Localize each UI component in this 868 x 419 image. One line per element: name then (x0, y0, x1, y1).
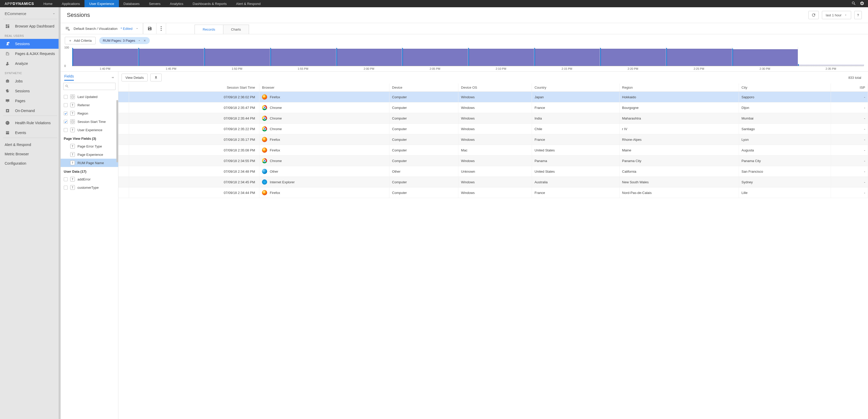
field-item-customertype[interactable]: TcustomerType (61, 183, 118, 191)
view-details-button[interactable]: View Details (122, 73, 148, 82)
field-item-user-experience[interactable]: TUser Experience (61, 126, 118, 134)
cell-start: 07/09/18 2:35:08 PM (129, 145, 259, 156)
checkbox[interactable] (64, 103, 68, 107)
chevron-down-icon[interactable] (138, 39, 141, 42)
col-device[interactable]: Device (390, 84, 458, 92)
collapse-icon[interactable] (111, 76, 115, 79)
sidebar-footer-metric-browser[interactable]: Metric Browser (0, 149, 60, 159)
table-row[interactable]: 07/09/18 2:34:55 PMChromeComputerWindows… (118, 156, 868, 166)
divider (3, 116, 57, 116)
scrollbar[interactable] (116, 100, 118, 162)
col-region[interactable]: Region (619, 84, 739, 92)
sidebar-item-sessions[interactable]: Sessions (0, 86, 60, 96)
field-item-session-start-time[interactable]: Session Start Time (61, 117, 118, 126)
checkbox[interactable] (64, 95, 68, 99)
table-row[interactable]: 07/09/18 2:34:45 PMInternet ExplorerComp… (118, 177, 868, 187)
table-body: 07/09/18 2:36:02 PMFirefoxComputerWindow… (118, 92, 868, 198)
refresh-button[interactable] (808, 11, 819, 19)
topnav-item-databases[interactable]: Databases (119, 0, 144, 7)
checkbox[interactable] (64, 128, 68, 132)
topnav-item-applications[interactable]: Applications (57, 0, 85, 7)
cell-city: Lille (739, 187, 831, 198)
sidebar-item-pages-ajax-requests[interactable]: Pages & AJAX Requests (0, 49, 60, 59)
sidebar-item-events[interactable]: Events (0, 128, 60, 138)
field-item-region[interactable]: TRegion (61, 109, 118, 117)
gear-icon[interactable] (860, 1, 864, 6)
topnav-item-dashboards-reports[interactable]: Dashboards & Reports (188, 0, 231, 7)
checkbox[interactable] (64, 120, 68, 124)
topnav-item-servers[interactable]: Servers (144, 0, 165, 7)
col-browser[interactable]: Browser (259, 84, 390, 92)
x-tick: 2:25 PM (666, 66, 732, 70)
field-item-rum-page-name[interactable]: TRUM Page Name (61, 159, 118, 167)
field-item-last-updated[interactable]: Last Updated (61, 93, 118, 101)
checkbox[interactable] (64, 177, 68, 181)
svg-point-2 (161, 30, 162, 31)
col-country[interactable]: Country (532, 84, 619, 92)
table-row[interactable]: 07/09/18 2:36:02 PMFirefoxComputerWindow… (118, 92, 868, 102)
topnav-item-home[interactable]: Home (39, 0, 57, 7)
search-viz-icon (65, 26, 70, 31)
sidebar-item-label: Health Rule Violations (15, 121, 51, 125)
field-item-adderror[interactable]: TaddError (61, 175, 118, 183)
col-session-start-time[interactable]: Session Start Time (129, 84, 259, 92)
cell-device: Computer (390, 92, 458, 102)
topnav-item-alert-respond[interactable]: Alert & Respond (231, 0, 265, 7)
table-row[interactable]: 07/09/18 2:35:44 PMChromeComputerWindows… (118, 113, 868, 124)
search-selector[interactable]: Default Search / Visualization * Edited (61, 23, 143, 34)
fields-tab[interactable]: Fields (64, 74, 74, 81)
add-criteria-label: Add Criteria (74, 39, 92, 42)
topnav-item-user-experience[interactable]: User Experience (85, 0, 119, 7)
col-blank[interactable] (118, 84, 129, 92)
sidebar-item-on-demand[interactable]: On-Demand (0, 106, 60, 116)
fields-search-input[interactable] (63, 83, 116, 90)
field-type-icon: T (70, 103, 75, 107)
help-button[interactable]: ? (854, 11, 862, 19)
field-item-referrer[interactable]: TReferrer (61, 101, 118, 109)
col-device-os[interactable]: Device OS (458, 84, 532, 92)
time-range-selector[interactable]: last 1 hour (822, 11, 851, 19)
table-row[interactable]: 07/09/18 2:35:08 PMFirefoxComputerMacUni… (118, 145, 868, 156)
cell-start: 07/09/18 2:35:47 PM (129, 102, 259, 113)
table-row[interactable]: 07/09/18 2:35:17 PMFirefoxComputerWindow… (118, 134, 868, 145)
firefox-icon (262, 137, 267, 142)
sidebar-item-analyze[interactable]: Analyze (0, 59, 60, 68)
table-row[interactable]: 07/09/18 2:34:44 PMFirefoxComputerWindow… (118, 187, 868, 198)
sidebar-footer-alert-respond[interactable]: Alert & Respond (0, 140, 60, 149)
x-tick: 2:35 PM (798, 66, 864, 70)
x-tick: 2:10 PM (468, 66, 534, 70)
table-row[interactable]: 07/09/18 2:34:48 PMOtherOtherUnknownUnit… (118, 166, 868, 177)
col-city[interactable]: City (739, 84, 831, 92)
sidebar-item-pages[interactable]: Pages (0, 96, 60, 106)
col-isp[interactable]: ISP (831, 84, 868, 92)
scrollbar[interactable] (59, 7, 60, 419)
checkbox[interactable] (64, 186, 68, 189)
save-button[interactable] (143, 23, 156, 34)
sidebar-item-browser-app-dashboard[interactable]: Browser App Dashboard (0, 21, 60, 31)
add-criteria-button[interactable]: Add Criteria (65, 37, 96, 44)
table-row[interactable]: 07/09/18 2:35:47 PMChromeComputerWindows… (118, 102, 868, 113)
help-label: ? (857, 13, 859, 17)
fields-body: Last UpdatedTReferrerTRegionSession Star… (61, 93, 118, 419)
more-menu-button[interactable] (156, 23, 166, 34)
sidebar-footer-configuration[interactable]: Configuration (0, 159, 60, 168)
sidebar-item-jobs[interactable]: Jobs (0, 76, 60, 86)
field-label: Region (78, 112, 88, 115)
filter-chip-rum-pages[interactable]: RUM Pages: 3 Pages (99, 37, 150, 44)
download-button[interactable] (150, 73, 162, 82)
sidebar-app-selector[interactable]: ECommerce (0, 7, 60, 19)
checkbox[interactable] (64, 112, 68, 115)
close-icon[interactable] (143, 39, 146, 42)
topnav-item-analytics[interactable]: Analytics (165, 0, 188, 7)
search-icon[interactable] (851, 1, 856, 6)
sidebar-item-sessions[interactable]: Sessions (0, 39, 60, 49)
field-type-icon (70, 119, 75, 124)
sidebar-item-health-rule-violations[interactable]: Health Rule Violations (0, 118, 60, 128)
table-row[interactable]: 07/09/18 2:35:22 PMChromeComputerWindows… (118, 124, 868, 134)
tab-records[interactable]: Records (194, 25, 223, 34)
timeline-chart[interactable]: 100 0 1:40 PM1:45 PM1:50 PM1:55 PM2:00 P… (61, 47, 868, 71)
content-split: Fields Last UpdatedTReferrerTRegionSessi… (61, 71, 868, 419)
field-item-page-error-type[interactable]: TPage Error Type (61, 142, 118, 150)
tab-charts[interactable]: Charts (223, 25, 249, 34)
field-item-page-experience[interactable]: TPage Experience (61, 150, 118, 159)
